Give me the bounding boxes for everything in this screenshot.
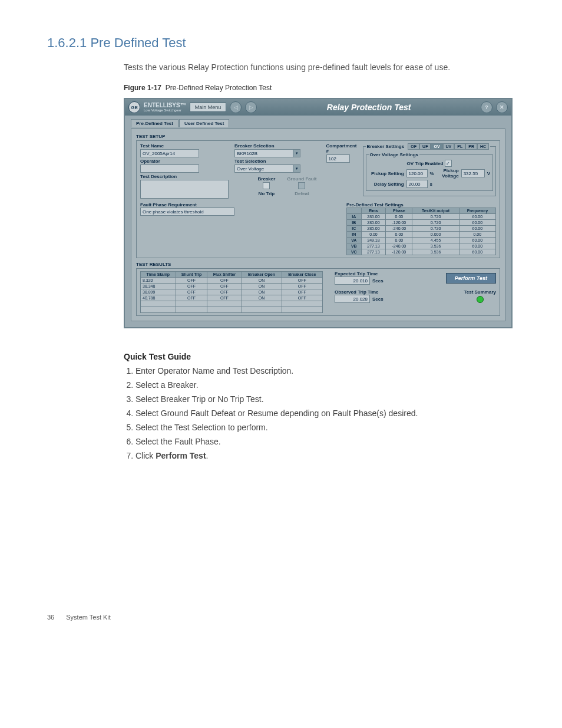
page-footer: 36 System Test Kit [47,614,515,621]
nav-forward-button[interactable]: ▷ [245,101,257,113]
unit-v: V [487,171,490,176]
test-description-input[interactable] [140,180,229,199]
table-row: IA285.000.000.72060.00 [347,214,496,220]
breaker-checkbox[interactable] [263,182,270,189]
label-observed-trip: Observed Trip Time [335,289,384,295]
figure-label: Figure 1-17 [124,84,161,92]
expected-trip-value: 20.010 [335,276,370,285]
test-selection-select[interactable]: Over Voltage ▾ [234,164,320,173]
guide-title: Quick Test Guide [124,352,515,361]
table-row [141,301,323,307]
col-timestamp: Time Stamp [141,272,176,278]
table-row: VB277.13-240.003.53660.00 [347,243,496,249]
label-pickup-voltage: Pickup Voltage [437,168,459,179]
table-row [141,307,323,313]
col-bclose: Breaker Close [282,272,322,278]
ground-fault-checkbox[interactable] [298,182,305,189]
main-menu-button[interactable]: Main Menu [190,103,227,112]
list-item: Select the Fault Phase. [135,437,515,446]
close-button[interactable]: ✕ [496,101,508,113]
unit-pct: % [430,171,434,176]
breaker-selection-select[interactable]: BKR102B ▾ [234,149,320,157]
tab-pr[interactable]: PR [465,143,477,150]
table-row: IN0.000.000.0000.00 [347,232,496,238]
delay-setting-input[interactable]: 20.00 [406,180,428,188]
test-results-table: Time Stamp Shunt Trip Flux Shifter Break… [140,271,323,313]
label-fault-phase-req: Fault Phase Requirement [140,202,340,207]
ov-trip-checkbox[interactable]: ✓ [445,160,452,167]
status-dot-icon [477,296,484,303]
operator-input[interactable] [140,164,199,173]
tab-uf[interactable]: UF [419,143,431,150]
tab-uv[interactable]: UV [443,143,455,150]
pickup-voltage-input[interactable]: 332.55 [461,169,485,177]
unit-secs-1: Secs [372,278,384,284]
test-setup-heading: TEST SETUP [136,134,500,139]
table-row: 38.348OFFOFFONOFF [141,284,323,289]
breaker-settings-legend: Breaker Settings OF UF OV UV PL PR HC [366,143,491,150]
nav-back-button[interactable]: ◁ [230,101,242,113]
compartment-input[interactable]: 102 [326,154,350,163]
perform-test-button[interactable]: Perform Test [446,273,496,284]
tab-predefined[interactable]: Pre-Defined Test [131,119,178,127]
label-compartment: Compartment # [326,143,357,154]
pickup-setting-input[interactable]: 120.00 [406,169,428,177]
figure-title: Pre-Defined Relay Protection Test [166,84,272,92]
step7-bold: Perform Test [156,451,206,460]
predef-settings-heading: Pre-Defined Test Settings [346,202,496,207]
col-rms: Rms [361,208,386,214]
list-item: Select Ground Fault Defeat or Resume dep… [135,409,515,418]
col-flux: Flux Shifter [207,272,242,278]
breaker-settings-group: Breaker Settings OF UF OV UV PL PR HC [363,143,496,196]
ov-settings-group: Over Voltage Settings OV Trip Enabled ✓ … [366,152,493,191]
label-delay-setting: Delay Setting [369,182,404,187]
section-heading: 1.6.2.1 Pre Defined Test [47,35,515,51]
ge-logo-icon: GE [128,101,140,113]
col-blank [347,208,362,214]
tab-hc[interactable]: HC [477,143,489,150]
label-operator: Operator [140,159,229,164]
chevron-down-icon: ▾ [293,149,300,157]
help-button[interactable]: ? [481,101,492,113]
brand-sub: Low Voltage Switchgear [144,108,186,112]
label-test-description: Test Description [140,174,229,179]
ov-settings-legend: Over Voltage Settings [369,152,420,157]
list-item: Select Breaker Trip or No Trip Test. [135,394,515,404]
doc-title: System Test Kit [66,614,111,621]
brand-name: ENTELLISYS™ [144,102,186,108]
fault-phase-req-input[interactable]: One phase violates threshold [140,207,234,216]
observed-trip-value: 20.028 [335,295,370,303]
table-row: 38.899OFFOFFONOFF [141,289,323,295]
breaker-selection-value: BKR102B [234,149,293,157]
label-test-selection: Test Selection [234,159,320,164]
unit-s: s [430,182,432,187]
tab-userdefined[interactable]: User Defined Test [179,119,229,127]
tab-ov[interactable]: OV [431,143,442,150]
test-results-heading: TEST RESULTS [136,262,500,267]
intro-text: Tests the various Relay Protection funct… [124,62,515,72]
label-breaker-selection: Breaker Selection [234,143,320,149]
label-pickup-setting: Pickup Setting [369,171,404,176]
list-item: Enter Operator Name and Test Description… [135,366,515,375]
col-testkit: TestKit output [412,208,459,214]
unit-secs-2: Secs [372,297,384,302]
test-name-input[interactable]: OV_2005Apr14 [140,149,199,157]
figure-caption: Figure 1-17 Pre-Defined Relay Protection… [124,84,515,92]
table-row: VA349.180.004.45560.00 [347,238,496,243]
col-phase: Phase [386,208,412,214]
tab-pl[interactable]: PL [454,143,465,150]
window-title: Relay Protection Test [260,103,477,112]
brand: ENTELLISYS™ Low Voltage Switchgear [144,103,186,112]
label-breaker: Breaker [257,176,275,182]
step7-prefix: Click [135,451,156,460]
col-freq: Frequency [459,208,495,214]
label-expected-trip: Expected Trip Time [335,271,384,276]
tabs: Pre-Defined Test User Defined Test [131,119,505,127]
label-no-trip: No Trip [259,191,275,196]
label-test-name: Test Name [140,143,229,149]
col-shunt: Shunt Trip [176,272,207,278]
label-defeat: Defeat [295,191,309,196]
app-window: GE ENTELLISYS™ Low Voltage Switchgear Ma… [124,98,513,328]
quick-test-guide: Quick Test Guide Enter Operator Name and… [124,352,515,460]
tab-of[interactable]: OF [408,143,419,150]
